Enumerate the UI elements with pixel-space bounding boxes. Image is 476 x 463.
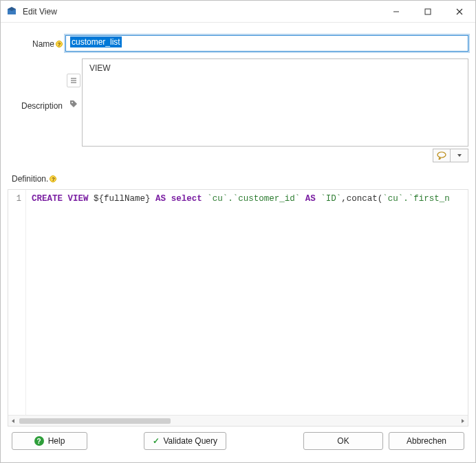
name-label-text: Name	[32, 39, 54, 49]
window-title: Edit View	[23, 7, 57, 17]
ok-button-label: OK	[337, 436, 349, 446]
scroll-track[interactable]	[18, 418, 458, 424]
tok-concat: ,concat(	[341, 194, 382, 204]
name-input-value: customer_list	[70, 36, 122, 47]
speech-icon-button[interactable]	[433, 149, 451, 162]
name-label: Name ?	[8, 35, 65, 49]
tok-col1: `cu`.`customer_id`	[207, 194, 300, 204]
list-format-icon[interactable]	[67, 74, 80, 87]
description-label-text: Description	[21, 101, 63, 111]
minimize-button[interactable]	[380, 1, 412, 22]
help-button-label: Help	[48, 436, 65, 446]
tok-select: select	[171, 194, 202, 204]
ok-button[interactable]: OK	[303, 432, 383, 450]
scroll-left-arrow-icon[interactable]	[8, 416, 18, 426]
help-icon: ?	[34, 436, 44, 446]
editor-gutter: 1	[8, 190, 26, 415]
svg-rect-0	[425, 9, 431, 14]
help-hint-icon[interactable]: ?	[56, 41, 63, 47]
cancel-button-label: Abbrechen	[407, 436, 446, 446]
help-button[interactable]: ? Help	[12, 432, 87, 450]
tok-template: ${fullName}	[94, 194, 151, 204]
app-icon	[6, 6, 17, 17]
description-value: VIEW	[89, 63, 111, 73]
definition-label-text: Definition.	[12, 174, 48, 184]
description-action-buttons	[433, 149, 468, 162]
tag-icon[interactable]	[67, 97, 80, 111]
tok-as2: AS	[305, 194, 316, 204]
description-label: Description	[8, 58, 65, 111]
dialog-content: Name ? customer_list Description	[1, 23, 475, 462]
description-row: Description	[8, 58, 468, 147]
scroll-thumb[interactable]	[19, 418, 171, 424]
editor-code-area[interactable]: CREATE VIEW ${fullName} AS select `cu`.`…	[26, 190, 468, 415]
tok-as1: AS	[155, 194, 166, 204]
definition-label: Definition. ?	[12, 174, 468, 184]
check-icon: ✓	[153, 436, 160, 446]
description-textarea[interactable]: VIEW	[82, 58, 468, 147]
cancel-button[interactable]: Abbrechen	[389, 432, 464, 450]
svg-point-1	[72, 102, 73, 103]
description-toolbar	[65, 58, 82, 147]
dialog-window: Edit View Name ? customer_list	[0, 0, 476, 463]
dropdown-arrow-button[interactable]	[451, 149, 468, 162]
gutter-line-1: 1	[17, 194, 21, 204]
button-bar: ? Help ✓ Validate Query OK Abbrechen	[8, 427, 468, 455]
tok-create: CREATE	[32, 194, 63, 204]
svg-point-2	[437, 152, 446, 158]
help-hint-icon[interactable]: ?	[50, 175, 56, 182]
tok-col2: `cu`.`first_n	[382, 194, 450, 204]
scroll-right-arrow-icon[interactable]	[458, 416, 468, 426]
sql-editor: 1 CREATE VIEW ${fullName} AS select `cu`…	[8, 189, 468, 427]
tok-alias1: `ID`	[321, 194, 341, 204]
editor-horizontal-scrollbar[interactable]	[8, 415, 468, 426]
name-input[interactable]: customer_list	[65, 35, 468, 52]
maximize-button[interactable]	[412, 1, 444, 22]
name-row: Name ? customer_list	[8, 35, 468, 52]
tok-view: VIEW	[68, 194, 89, 204]
titlebar: Edit View	[1, 1, 475, 23]
validate-button-label: Validate Query	[164, 436, 218, 446]
close-button[interactable]	[444, 1, 475, 22]
validate-query-button[interactable]: ✓ Validate Query	[144, 432, 227, 450]
